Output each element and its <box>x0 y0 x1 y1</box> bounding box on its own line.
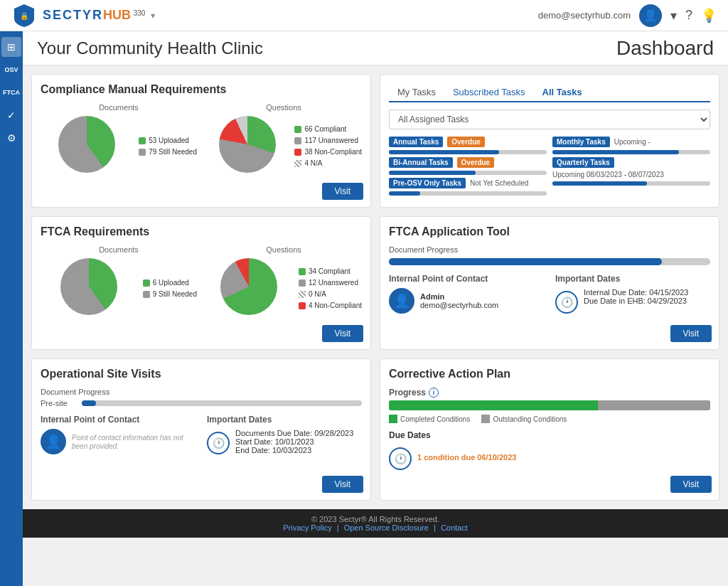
logo-icon: 🔒 <box>11 3 37 28</box>
cap-outstanding-dot <box>481 415 490 423</box>
preosv-task-status: Not Yet Scheduled <box>470 179 528 187</box>
header-right: demo@sectyrhub.com 👤 ▾ ? 💡 <box>538 4 717 27</box>
ftca-q-pie <box>220 258 277 315</box>
ftca-doc-legend: 6 Uploaded 9 Still Needed <box>143 277 197 300</box>
osv-contact-label: Internal Point of Contact <box>41 415 196 425</box>
cap-fill-completed <box>389 400 598 410</box>
footer: © 2023 Sectyr® All Rights Reserved. Priv… <box>23 509 728 538</box>
cap-visit-button[interactable]: Visit <box>670 476 712 493</box>
sidebar-item-tasks[interactable]: ✓ <box>1 105 21 125</box>
cap-outstanding-label: Outstanding Conditions <box>493 415 567 423</box>
preosv-task-badge: Pre-OSV Only Tasks <box>389 178 466 188</box>
help-icon[interactable]: ? <box>685 8 692 23</box>
biannual-task-bar-bg <box>389 171 547 175</box>
task-biannual: Bi-Annual Tasks Overdue <box>389 157 547 168</box>
ftca-req-title: FTCA Requirements <box>41 225 362 238</box>
ftca-req-questions: Questions 34 Compliant 12 Unanswered 0 N… <box>205 245 362 319</box>
ftca-req-documents: Documents 6 Uploaded 9 Still Needed <box>41 245 197 319</box>
user-email: demo@sectyrhub.com <box>538 10 631 21</box>
ftca-app-internal-contact: Internal Point of Contact 👤 Admin demo@s… <box>389 274 544 314</box>
compliance-visit-button[interactable]: Visit <box>322 183 363 200</box>
tab-all-tasks[interactable]: All Tasks <box>534 83 591 102</box>
cap-progress-bar-bg <box>389 400 710 410</box>
osv-dates-row: 🕐 Documents Due Date: 09/28/2023 Start D… <box>207 429 362 454</box>
task-annual: Annual Tasks Overdue <box>389 137 547 147</box>
tab-subscribed-tasks[interactable]: Subscribed Tasks <box>444 83 534 101</box>
cap-completed-label: Completed Conditions <box>400 415 470 423</box>
cap-info-icon[interactable]: i <box>429 388 439 398</box>
quarterly-task-bar <box>552 181 647 186</box>
sidebar-item-home[interactable]: ⊞ <box>1 37 21 57</box>
pre-site-row: Pre-site <box>41 399 362 407</box>
annual-task-status: Overdue <box>447 137 485 147</box>
osv-docs-due: Documents Due Date: 09/28/2023 <box>235 429 353 437</box>
logo-version: 330 <box>134 9 146 17</box>
dates-row: 🕐 Internal Due Date: 04/15/2023 Due Date… <box>555 288 710 314</box>
preosv-task-bar <box>389 191 420 196</box>
compliance-doc-pie <box>58 116 115 173</box>
tasks-card: My Tasks Subscribed Tasks All Tasks All … <box>380 74 719 208</box>
logo-area: 🔒 SECTYRHUB 330 ▾ <box>11 3 155 28</box>
dates-info: Internal Due Date: 04/15/2023 Due Date i… <box>584 288 688 305</box>
cap-due-dates: Due Dates 🕐 1 condition due 06/10/2023 <box>389 430 710 470</box>
logo-text: SECTYRHUB 330 <box>43 8 145 23</box>
ehb-due-date: Due Date in EHB: 04/29/2023 <box>584 297 688 305</box>
svg-text:🔒: 🔒 <box>20 11 29 21</box>
osv-doc-progress-label: Document Progress <box>41 388 362 396</box>
cap-legend-outstanding: Outstanding Conditions <box>481 415 567 423</box>
cap-clock-icon: 🕐 <box>389 447 412 470</box>
ftca-app-progress-bar-bg <box>389 258 710 265</box>
avatar[interactable]: 👤 <box>639 4 662 27</box>
tasks-dropdown[interactable]: All Assigned Tasks <box>389 110 710 129</box>
sidebar-item-ftca[interactable]: FTCA <box>1 82 21 102</box>
ftca-app-title: FTCA Application Tool <box>389 225 710 238</box>
ftca-app-dates: Important Dates 🕐 Internal Due Date: 04/… <box>555 274 710 314</box>
contact-link[interactable]: Contact <box>441 523 468 532</box>
tasks-grid: Annual Tasks Overdue Bi-Annual Tasks Ove… <box>389 137 710 198</box>
privacy-policy-link[interactable]: Privacy Policy <box>283 523 331 532</box>
sidebar-item-osv[interactable]: OSV <box>1 60 21 80</box>
osv-person-row: 👤 Point of contact information has not b… <box>41 429 196 454</box>
notification-icon[interactable]: 💡 <box>701 8 717 23</box>
monthly-task-bar-bg <box>552 150 710 154</box>
tab-my-tasks[interactable]: My Tasks <box>389 83 444 101</box>
quarterly-task-bar-bg <box>552 181 710 186</box>
osv-start-date: Start Date: 10/01/2023 <box>235 437 353 446</box>
task-quarterly: Quarterly Tasks <box>552 157 710 168</box>
compliance-q-label: Questions <box>205 103 362 112</box>
important-dates-label: Important Dates <box>555 274 710 284</box>
chevron-down-icon[interactable]: ▾ <box>670 8 677 23</box>
osv-end-date: End Date: 10/03/2023 <box>235 446 353 454</box>
osv-dates-info: Documents Due Date: 09/28/2023 Start Dat… <box>235 429 353 454</box>
cap-card: Corrective Action Plan Progress i Comple… <box>380 358 719 501</box>
ftca-req-card: FTCA Requirements Documents 6 Uploaded 9… <box>31 216 371 350</box>
footer-copyright: © 2023 Sectyr® All Rights Reserved. <box>28 515 722 523</box>
ftca-app-visit-button[interactable]: Visit <box>670 325 712 342</box>
osv-contacts: Internal Point of Contact 👤 Point of con… <box>41 415 362 454</box>
biannual-task-bar <box>389 171 476 175</box>
logo-dropdown-icon[interactable]: ▾ <box>151 11 155 21</box>
osv-visit-button[interactable]: Visit <box>322 476 363 493</box>
cap-due-condition: 1 condition due 06/10/2023 <box>417 453 516 462</box>
page-title-bar: Your Community Health Clinic Dashboard <box>23 31 728 65</box>
ftca-req-visit-button[interactable]: Visit <box>322 325 363 342</box>
clock-icon: 🕐 <box>555 291 578 314</box>
sidebar-item-settings[interactable]: ⚙ <box>1 128 21 148</box>
pre-site-bar-fill <box>82 400 96 406</box>
compliance-title: Compliance Manual Requirements <box>41 83 362 96</box>
dashboard-title: Dashboard <box>616 37 714 60</box>
footer-links: Privacy Policy | Open Source Disclosure … <box>28 523 722 532</box>
header: 🔒 SECTYRHUB 330 ▾ demo@sectyrhub.com 👤 ▾… <box>0 0 728 31</box>
sidebar: ⊞ OSV FTCA ✓ ⚙ <box>0 31 23 538</box>
pre-site-label: Pre-site <box>41 399 76 407</box>
compliance-doc-legend: 53 Uploaded 79 Still Needed <box>139 135 197 158</box>
compliance-card: Compliance Manual Requirements Documents… <box>31 74 371 208</box>
open-source-link[interactable]: Open Source Disclosure <box>344 523 429 532</box>
pre-site-bar-bg <box>82 400 362 406</box>
task-preosv: Pre-OSV Only Tasks Not Yet Scheduled <box>389 178 547 188</box>
osv-dates-label: Important Dates <box>207 415 362 425</box>
quarterly-task-status: Upcoming 08/03/2023 - 08/07/2023 <box>552 171 710 179</box>
ftca-doc-pie <box>60 258 117 315</box>
person-info: Admin demo@sectyrhub.com <box>420 292 498 309</box>
tasks-tabs: My Tasks Subscribed Tasks All Tasks <box>389 83 710 102</box>
